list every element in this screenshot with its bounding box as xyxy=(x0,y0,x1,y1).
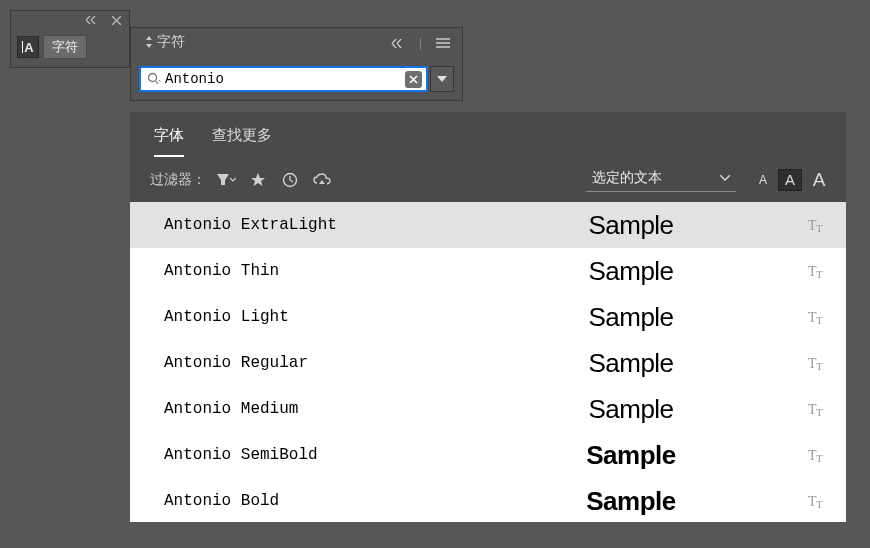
font-row[interactable]: Antonio LightSampleTT xyxy=(130,294,846,340)
font-search-input[interactable] xyxy=(165,71,401,87)
font-name: Antonio Medium xyxy=(164,400,454,418)
font-search-box[interactable] xyxy=(139,66,428,92)
truetype-icon: TT xyxy=(808,493,832,509)
recent-clock-icon[interactable] xyxy=(278,170,302,190)
font-row[interactable]: Antonio MediumSampleTT xyxy=(130,386,846,432)
truetype-icon: TT xyxy=(808,217,832,233)
font-row[interactable]: Antonio ThinSampleTT xyxy=(130,248,846,294)
preview-size-medium[interactable]: A xyxy=(778,169,802,191)
font-sample: Sample xyxy=(454,210,808,241)
svg-text:T: T xyxy=(816,314,823,325)
tab-find-more[interactable]: 查找更多 xyxy=(212,122,272,157)
expand-icon xyxy=(145,36,153,48)
tab-fonts[interactable]: 字体 xyxy=(154,122,184,157)
adobe-fonts-sync-icon[interactable] xyxy=(310,170,334,190)
panel-header: 字符 | xyxy=(131,28,462,58)
filter-funnel-icon[interactable] xyxy=(214,170,238,190)
font-sample: Sample xyxy=(454,486,808,517)
sample-text-select[interactable]: 选定的文本 xyxy=(586,167,736,192)
font-name: Antonio SemiBold xyxy=(164,446,454,464)
font-sample: Sample xyxy=(454,348,808,379)
font-name: Antonio Thin xyxy=(164,262,454,280)
font-row[interactable]: Antonio ExtraLightSampleTT xyxy=(130,202,846,248)
preview-size-group: A A A xyxy=(754,169,830,191)
font-tabs: 字体 查找更多 xyxy=(130,112,846,157)
font-name: Antonio Bold xyxy=(164,492,454,510)
font-list: Antonio ExtraLightSampleTTAntonio ThinSa… xyxy=(130,202,846,522)
truetype-icon: TT xyxy=(808,447,832,463)
truetype-icon: TT xyxy=(808,309,832,325)
panel-tab-label: 字符 xyxy=(157,33,185,51)
svg-text:T: T xyxy=(816,406,823,417)
panel-menu-icon[interactable] xyxy=(432,36,454,50)
font-name: Antonio Light xyxy=(164,308,454,326)
character-panel-label[interactable]: 字符 xyxy=(43,35,87,59)
filter-row: 过滤器： 选定的文本 A A A xyxy=(130,157,846,202)
font-row[interactable]: Antonio RegularSampleTT xyxy=(130,340,846,386)
svg-point-0 xyxy=(149,74,157,82)
character-panel-icon[interactable]: A xyxy=(17,36,39,58)
font-search-row xyxy=(131,58,462,100)
font-picker-popup: 字体 查找更多 过滤器： 选定的文本 A A A Antonio ExtraLi… xyxy=(130,112,846,522)
svg-text:T: T xyxy=(816,498,823,509)
svg-text:T: T xyxy=(816,268,823,279)
clear-search-button[interactable] xyxy=(405,71,422,88)
filter-label: 过滤器： xyxy=(150,171,206,189)
font-name: Antonio ExtraLight xyxy=(164,216,454,234)
preview-size-small[interactable]: A xyxy=(754,171,772,189)
svg-text:T: T xyxy=(816,222,823,233)
preview-size-large[interactable]: A xyxy=(808,169,830,191)
chevron-down-icon xyxy=(720,175,730,181)
truetype-icon: TT xyxy=(808,401,832,417)
divider: | xyxy=(415,34,426,52)
search-icon xyxy=(147,72,161,86)
panel-tab-character[interactable]: 字符 xyxy=(139,28,191,58)
font-sample: Sample xyxy=(454,394,808,425)
collapse-icon[interactable] xyxy=(82,14,102,26)
collapsed-panel: A 字符 xyxy=(10,10,130,68)
truetype-icon: TT xyxy=(808,263,832,279)
font-row[interactable]: Antonio BoldSampleTT xyxy=(130,478,846,522)
truetype-icon: TT xyxy=(808,355,832,371)
font-sample: Sample xyxy=(454,440,808,471)
font-sample: Sample xyxy=(454,302,808,333)
svg-text:T: T xyxy=(816,452,823,463)
font-row[interactable]: Antonio SemiBoldSampleTT xyxy=(130,432,846,478)
font-sample: Sample xyxy=(454,256,808,287)
character-panel: 字符 | xyxy=(130,27,463,101)
svg-text:T: T xyxy=(816,360,823,371)
favorites-star-icon[interactable] xyxy=(246,170,270,190)
close-icon[interactable] xyxy=(108,14,125,27)
font-dropdown-button[interactable] xyxy=(430,66,454,92)
sample-text-value: 选定的文本 xyxy=(592,169,662,187)
collapse-left-icon[interactable] xyxy=(387,37,409,50)
font-name: Antonio Regular xyxy=(164,354,454,372)
